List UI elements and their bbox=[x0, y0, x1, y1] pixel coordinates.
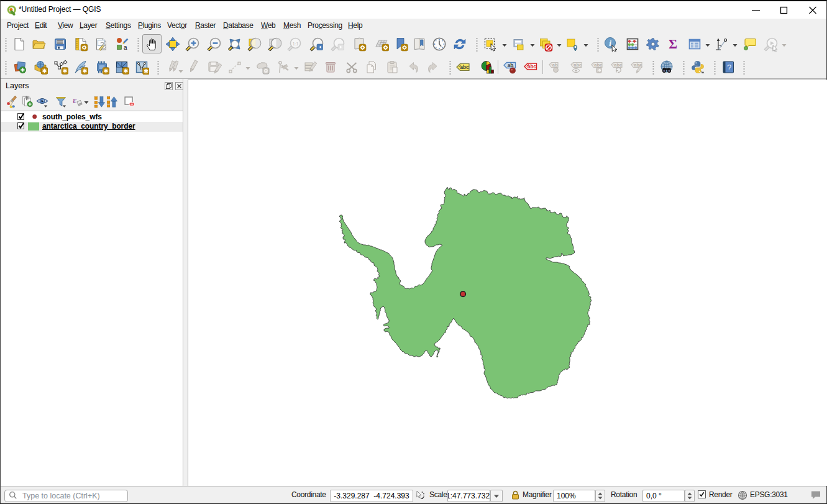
svg-text:Σ: Σ bbox=[669, 37, 677, 52]
svg-text:abc: abc bbox=[528, 64, 537, 70]
svg-text:ab: ab bbox=[552, 62, 558, 68]
svg-text:a: a bbox=[124, 44, 127, 51]
svg-text:ab: ab bbox=[508, 63, 514, 68]
svg-text:abc: abc bbox=[614, 62, 622, 68]
svg-text:1:1: 1:1 bbox=[293, 42, 299, 46]
svg-text:abc: abc bbox=[573, 62, 582, 68]
svg-text:ε: ε bbox=[73, 95, 76, 105]
svg-text:abc: abc bbox=[594, 62, 602, 68]
svg-text:i: i bbox=[609, 39, 611, 48]
svg-text:abc: abc bbox=[460, 65, 469, 70]
svg-text:?: ? bbox=[727, 63, 731, 72]
